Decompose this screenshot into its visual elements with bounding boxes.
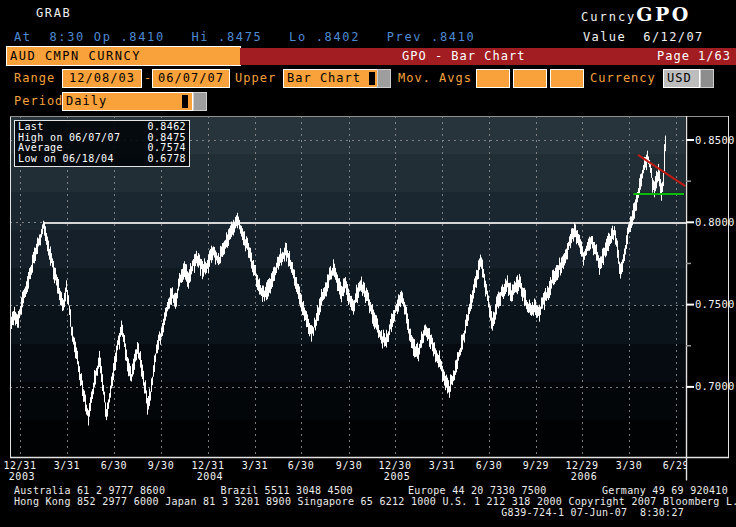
legend-row-average: Average 0.7574 bbox=[18, 143, 186, 154]
svg-text:2006: 2006 bbox=[571, 471, 597, 482]
legend-date: 06/07/07 bbox=[69, 133, 120, 144]
svg-text:9/30: 9/30 bbox=[148, 460, 174, 471]
svg-text:0.7500: 0.7500 bbox=[695, 298, 735, 310]
footer-brazil: Brazil 5511 3048 4500 bbox=[220, 485, 352, 496]
footer-europe: Europe 44 20 7330 7500 bbox=[408, 485, 547, 496]
price-chart[interactable]: 12/3120033/316/309/3012/3120043/316/309/… bbox=[0, 0, 736, 527]
svg-text:12/31: 12/31 bbox=[191, 460, 224, 471]
svg-text:0.8000: 0.8000 bbox=[695, 216, 735, 228]
svg-text:2005: 2005 bbox=[384, 471, 410, 482]
svg-text:2004: 2004 bbox=[197, 471, 223, 482]
axis-label-mask bbox=[687, 459, 736, 485]
footer-contact-line: Australia 61 2 9777 8600 Brazil 5511 304… bbox=[14, 485, 728, 496]
chart-legend: Last 0.8462 High on 06/07/07 0.8475 Aver… bbox=[14, 120, 190, 167]
svg-text:12/31: 12/31 bbox=[3, 460, 36, 471]
legend-value: 0.7574 bbox=[147, 143, 186, 154]
bloomberg-terminal-screen: GRAB CurncyGPO At 8:30 Op .8410 Hi .8475… bbox=[0, 0, 736, 527]
svg-text:9/29: 9/29 bbox=[523, 460, 549, 471]
svg-text:3/30: 3/30 bbox=[616, 460, 642, 471]
footer-australia: Australia 61 2 9777 8600 bbox=[14, 485, 165, 496]
svg-text:6/30: 6/30 bbox=[476, 460, 502, 471]
svg-text:6/30: 6/30 bbox=[101, 460, 127, 471]
x-axis-labels: 12/3120033/316/309/3012/3120043/316/309/… bbox=[3, 460, 689, 482]
svg-text:0.8500: 0.8500 bbox=[695, 134, 735, 146]
legend-value: 0.8462 bbox=[147, 122, 186, 133]
svg-text:0.7000: 0.7000 bbox=[695, 380, 735, 392]
svg-text:6/30: 6/30 bbox=[288, 460, 314, 471]
y-axis-labels: 0.85000.80000.75000.7000 bbox=[686, 134, 735, 393]
footer-copyright-line: Hong Kong 852 2977 6000 Japan 81 3 3201 … bbox=[14, 496, 736, 507]
legend-row-last: Last 0.8462 bbox=[18, 122, 186, 133]
footer-session-line: G839-724-1 07-Jun-07 8:30:27 bbox=[0, 507, 684, 518]
svg-text:9/30: 9/30 bbox=[336, 460, 362, 471]
legend-row-low: Low on 06/18/04 0.6778 bbox=[18, 154, 186, 165]
svg-text:2003: 2003 bbox=[9, 471, 35, 482]
legend-label: Average bbox=[18, 143, 63, 154]
legend-label: Last bbox=[18, 122, 44, 133]
svg-text:12/29: 12/29 bbox=[565, 460, 598, 471]
svg-text:12/30: 12/30 bbox=[378, 460, 411, 471]
svg-text:6/29: 6/29 bbox=[663, 460, 689, 471]
legend-date: 06/18/04 bbox=[63, 154, 114, 165]
svg-text:3/31: 3/31 bbox=[429, 460, 455, 471]
svg-text:3/31: 3/31 bbox=[54, 460, 80, 471]
footer-germany: Germany 49 69 920410 bbox=[602, 485, 728, 496]
legend-label: Low on bbox=[18, 154, 57, 165]
legend-value: 0.6778 bbox=[147, 154, 186, 165]
svg-text:3/31: 3/31 bbox=[242, 460, 268, 471]
